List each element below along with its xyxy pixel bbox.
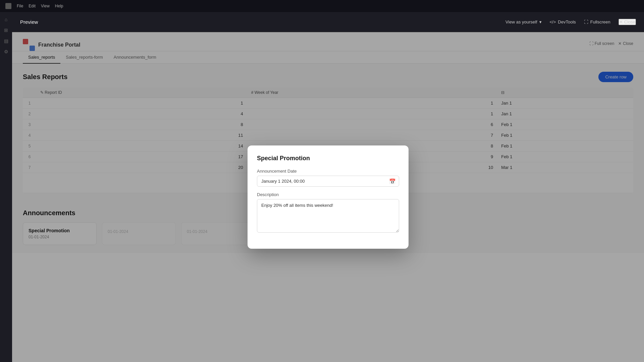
left-sidebar: ⌂ ⊞ ▤ ⚙ xyxy=(0,12,12,362)
topbar-view[interactable]: View xyxy=(41,4,50,8)
devtools-button[interactable]: </> DevTools xyxy=(550,19,576,24)
preview-bar: Preview View as yourself ▾ </> DevTools … xyxy=(12,12,644,32)
view-as-yourself-button[interactable]: View as yourself ▾ xyxy=(505,19,541,24)
preview-actions: View as yourself ▾ </> DevTools ⛶ Fullsc… xyxy=(505,19,636,25)
preview-close-button[interactable]: ✕ Close xyxy=(619,19,636,25)
devtools-label: DevTools xyxy=(558,19,576,24)
announcement-date-input-wrap: January 1 2024, 00:00 📅 xyxy=(257,176,399,187)
modal-title: Special Promotion xyxy=(257,155,399,162)
app-topbar: File Edit View Help xyxy=(0,0,644,12)
sidebar-chart-icon[interactable]: ▤ xyxy=(1,36,11,46)
app-logo xyxy=(5,3,11,9)
announcement-date-input[interactable]: January 1 2024, 00:00 xyxy=(257,176,399,187)
topbar-help[interactable]: Help xyxy=(55,4,63,8)
close-icon: ✕ xyxy=(619,19,623,24)
chevron-down-icon: ▾ xyxy=(539,19,542,24)
calendar-icon[interactable]: 📅 xyxy=(389,178,396,184)
special-promotion-modal: Special Promotion Announcement Date Janu… xyxy=(248,145,409,249)
preview-label: Preview xyxy=(20,19,505,25)
fullscreen-label: Fullscreen xyxy=(590,19,610,24)
announcement-date-label: Announcement Date xyxy=(257,169,399,174)
code-icon: </> xyxy=(550,19,556,24)
fullscreen-button[interactable]: ⛶ Fullscreen xyxy=(584,19,610,24)
main-content: Franchise Portal ⛶ Full screen ✕ Close S… xyxy=(12,32,644,362)
sidebar-grid-icon[interactable]: ⊞ xyxy=(1,25,11,35)
description-field: Description Enjoy 20% off all items this… xyxy=(257,192,399,234)
view-as-label: View as yourself xyxy=(505,19,537,24)
topbar-file[interactable]: File xyxy=(17,4,23,8)
description-label: Description xyxy=(257,192,399,197)
announcement-date-field: Announcement Date January 1 2024, 00:00 … xyxy=(257,169,399,187)
fullscreen-icon: ⛶ xyxy=(584,19,588,24)
description-textarea[interactable]: Enjoy 20% off all items this weekend! xyxy=(257,199,399,233)
sidebar-settings-icon[interactable]: ⚙ xyxy=(1,47,11,56)
sidebar-home-icon[interactable]: ⌂ xyxy=(1,15,11,24)
topbar-edit[interactable]: Edit xyxy=(29,4,36,8)
close-label: Close xyxy=(624,19,635,24)
